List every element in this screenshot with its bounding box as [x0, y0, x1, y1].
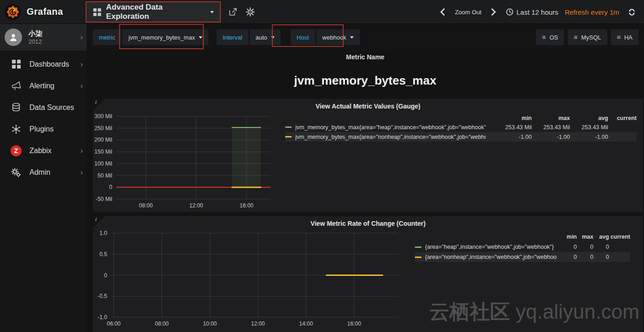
apps-grid-icon — [10, 59, 22, 69]
sidebar-menu: Dashboards › Alerting › — [0, 51, 86, 183]
svg-text:1.0: 1.0 — [99, 230, 107, 236]
user-icon — [8, 32, 18, 42]
legend-header-max[interactable]: max — [532, 115, 570, 121]
svg-text:0.5: 0.5 — [99, 251, 107, 258]
plugin-icon — [10, 124, 22, 134]
settings-button[interactable] — [242, 4, 259, 20]
list-icon: ≡ — [542, 34, 546, 41]
sidebar-item-dashboards[interactable]: Dashboards › — [0, 53, 86, 75]
dashboard-title: Advanced Data Exploration — [106, 3, 206, 21]
legend-header-current[interactable]: current — [609, 234, 630, 240]
refresh-button[interactable] — [626, 4, 638, 20]
legend-min-value: -1.00 — [486, 134, 532, 140]
variable-host-value-dropdown[interactable]: webhook — [316, 29, 360, 45]
svg-text:06:00: 06:00 — [107, 321, 121, 327]
legend-max-value: 0 — [577, 244, 593, 250]
legend-avg-value: -1.00 — [570, 134, 608, 140]
legend-header-avg[interactable]: avg — [593, 234, 609, 240]
panel-title[interactable]: View Actual Metric Values (Gauge) — [93, 103, 643, 110]
sidebar-item-admin[interactable]: Admin › — [0, 161, 86, 183]
panel-gauge: i View Actual Metric Values (Gauge) 300 … — [93, 99, 643, 212]
variable-host-value: webhook — [322, 34, 346, 41]
panel-counter: i View Metric Rate of Change (Counter) 1… — [93, 216, 643, 332]
sidebar-item-alerting[interactable]: Alerting › — [0, 75, 86, 97]
counter-chart[interactable]: 1.00.50-0.5-1.006:0008:0010:0012:0014:00… — [93, 228, 410, 332]
sidebar-user-profile[interactable]: 小柒 2012 › — [0, 24, 86, 51]
legend-row-heap: jvm_memory_bytes_max{area="heap",instanc… — [285, 122, 637, 132]
variable-metric-value-dropdown[interactable]: jvm_memory_bytes_max — [122, 29, 208, 45]
dashboard-link-label: MySQL — [581, 34, 601, 41]
chevron-down-icon — [271, 36, 275, 39]
svg-text:14:00: 14:00 — [299, 321, 313, 327]
refresh-icon — [627, 8, 636, 17]
brand-name: Grafana — [27, 6, 63, 17]
chevron-right-icon — [490, 8, 496, 16]
sidebar: 小柒 2012 › Dashboards › Alerting › — [0, 24, 86, 332]
chevron-right-icon: › — [80, 60, 83, 69]
series-label: jvm_memory_bytes_max{area="heap",instanc… — [295, 124, 486, 131]
dashboard-link-label: HA — [624, 34, 632, 41]
legend-avg-value: 0 — [593, 254, 609, 260]
chevron-right-icon: › — [80, 168, 83, 177]
sidebar-item-plugins[interactable]: Plugins — [0, 118, 86, 140]
clock-icon — [506, 8, 514, 16]
variable-metric-label: metric — [93, 29, 121, 45]
dashboard-link-mysql[interactable]: ≡ MySQL — [568, 29, 607, 45]
zoom-out-button[interactable]: Zoom Out — [455, 9, 482, 16]
metric-name-heading: Metric Name — [86, 53, 644, 61]
database-icon — [10, 103, 22, 113]
user-name: 小柒 — [29, 29, 42, 38]
legend-row-nonheap: {area="nonheap",instance="webhook",job="… — [415, 252, 630, 262]
chevron-down-icon — [210, 11, 214, 13]
sidebar-item-label: Data Sources — [29, 103, 74, 112]
share-button[interactable] — [224, 4, 241, 20]
series-color-dash — [285, 136, 292, 137]
legend-header-current[interactable]: current — [608, 115, 637, 121]
svg-text:100 Mil: 100 Mil — [94, 160, 112, 167]
legend-avg-value: 0 — [593, 244, 609, 250]
legend-header-avg[interactable]: avg — [570, 115, 608, 121]
svg-text:-0.5: -0.5 — [98, 293, 107, 299]
panel-title[interactable]: View Metric Rate of Change (Counter) — [93, 220, 643, 227]
legend-header-min[interactable]: min — [486, 115, 532, 121]
svg-text:08:00: 08:00 — [139, 202, 153, 209]
grafana-logo-icon — [5, 4, 21, 20]
legend-header-row: min max avg current — [415, 232, 630, 242]
sidebar-item-data-sources[interactable]: Data Sources — [0, 97, 86, 118]
legend-row-heap: {area="heap",instance="webhook",job="web… — [415, 242, 630, 252]
legend-header-max[interactable]: max — [577, 234, 593, 240]
dashboard-title-dropdown[interactable]: Advanced Data Exploration — [86, 2, 220, 22]
sidebar-item-label: Plugins — [29, 125, 53, 133]
dashboard-link-ha[interactable]: ≡ HA — [611, 29, 638, 45]
dashboard-links: ≡ OS ≡ MySQL ≡ HA — [536, 29, 638, 45]
series-label: {area="heap",instance="webhook",job="web… — [425, 244, 554, 250]
time-range-picker[interactable]: Last 12 hours — [506, 8, 558, 16]
svg-text:12:00: 12:00 — [251, 321, 265, 327]
chevron-down-icon — [350, 36, 354, 39]
variable-interval-label: Interval — [217, 29, 248, 45]
variable-interval-value-dropdown[interactable]: auto — [250, 29, 281, 45]
grafana-brand: Grafana — [0, 4, 86, 20]
chevron-right-icon: › — [80, 33, 83, 41]
legend-row-nonheap: jvm_memory_bytes_max{area="nonheap",inst… — [285, 132, 637, 142]
series-color-dash — [285, 126, 292, 128]
svg-text:10:00: 10:00 — [203, 321, 217, 327]
sidebar-item-label: Admin — [29, 168, 50, 177]
refresh-interval-picker[interactable]: Refresh every 1m — [565, 8, 619, 16]
svg-text:08:00: 08:00 — [155, 321, 169, 327]
svg-text:0: 0 — [104, 272, 107, 279]
zoom-out-left-button[interactable] — [437, 4, 448, 20]
legend-min-value: 0 — [557, 254, 577, 260]
sidebar-item-zabbix[interactable]: Z Zabbix › — [0, 140, 86, 161]
time-controls: Zoom Out Last 12 hours Refresh every 1m — [437, 0, 638, 24]
svg-text:0: 0 — [109, 184, 112, 190]
zabbix-icon: Z — [10, 145, 22, 156]
sidebar-item-label: Alerting — [29, 82, 54, 90]
legend-avg-value: 253.43 Mil — [570, 124, 608, 131]
zoom-out-right-button[interactable] — [488, 4, 499, 20]
legend-header-min[interactable]: min — [557, 234, 577, 240]
series-label: jvm_memory_bytes_max{area="nonheap",inst… — [295, 134, 486, 140]
legend-min-value: 253.43 Mil — [486, 124, 532, 131]
dashboard-link-os[interactable]: ≡ OS — [536, 29, 564, 45]
svg-text:250 Mil: 250 Mil — [94, 125, 112, 132]
